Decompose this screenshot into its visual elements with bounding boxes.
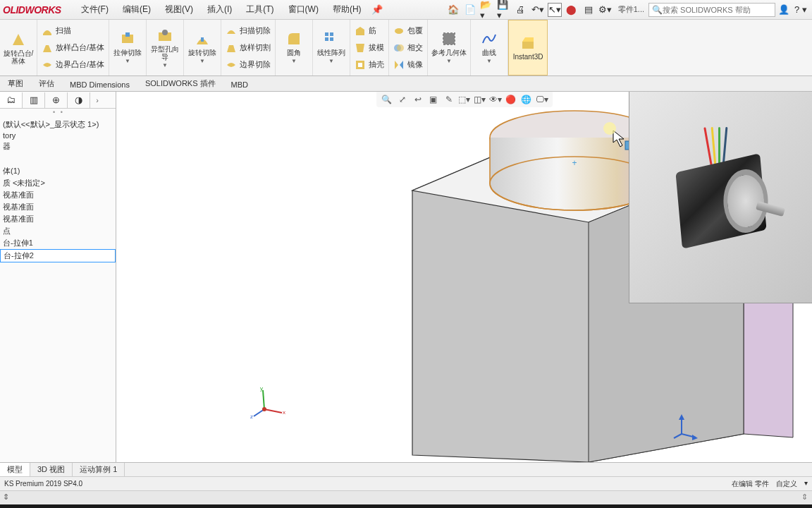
svg-rect-1 — [125, 32, 130, 37]
menu-edit[interactable]: 编辑(E) — [116, 2, 158, 17]
tree-sensors[interactable]: 器 — [0, 140, 116, 152]
boundary-boss-button[interactable]: 边界凸台/基体 — [39, 56, 107, 73]
svg-point-30 — [262, 407, 266, 411]
svg-text:z: z — [250, 413, 253, 420]
tab-sketch[interactable]: 草图 — [0, 75, 31, 91]
svg-line-24 — [264, 409, 282, 413]
tab-mbd[interactable]: MBD — [223, 78, 256, 91]
svg-marker-34 — [692, 435, 698, 440]
tree-origin[interactable]: 点 — [0, 225, 116, 237]
dimxpert-tab[interactable]: ◑ — [68, 92, 90, 108]
rib-button[interactable]: 筋 — [352, 23, 387, 40]
menu-file[interactable]: 文件(F) — [74, 2, 116, 17]
property-manager-tab[interactable]: ▥ — [23, 92, 45, 108]
window-resize-bar[interactable]: ⇕ — [0, 490, 812, 504]
status-dropdown-icon[interactable]: ▾ — [804, 479, 808, 489]
command-tabs: 草图 评估 MBD Dimensions SOLIDWORKS 插件 MBD — [0, 76, 812, 92]
tree-split-handle[interactable]: • • — [0, 109, 116, 117]
extrude-cut-button[interactable]: 拉伸切除▼ — [111, 29, 144, 66]
menu-view[interactable]: 视图(V) — [158, 2, 200, 17]
settings-icon[interactable]: ⚙▾ — [598, 3, 613, 17]
svg-line-35 — [674, 434, 682, 438]
app-logo: OLIDWORKS — [3, 4, 61, 16]
undo-icon[interactable]: ↶▾ — [531, 3, 545, 17]
tree-extrude1[interactable]: 台-拉伸1 — [0, 237, 116, 249]
tree-material[interactable]: 质 <未指定> — [0, 177, 116, 189]
sweep-cut-button[interactable]: 扫描切除 — [223, 23, 273, 40]
document-name: 零件1... — [618, 4, 644, 15]
boundary-cut-button[interactable]: 边界切除 — [223, 56, 273, 73]
intersect-button[interactable]: 相交 — [390, 40, 426, 56]
menu-window[interactable]: 窗口(W) — [281, 2, 326, 17]
tree-solid-bodies[interactable]: 体(1) — [0, 165, 116, 177]
revolve-boss-button[interactable]: 旋转凸台/基体 — [1, 30, 35, 66]
loft-boss-button[interactable]: 放样凸台/基体 — [39, 40, 107, 56]
curves-button[interactable]: 曲线▼ — [472, 29, 506, 66]
tab-mbd-dimensions[interactable]: MBD Dimensions — [62, 78, 137, 91]
ref-geometry-button[interactable]: 参考几何体▼ — [429, 29, 469, 66]
loft-cut-button[interactable]: 放样切割 — [223, 40, 273, 56]
menu-help[interactable]: 帮助(H) — [326, 2, 369, 17]
tree-front-plane[interactable]: 视基准面 — [0, 189, 116, 201]
hole-wizard-button[interactable]: 异型孔向导▼ — [148, 25, 182, 71]
revolve-cut-button[interactable]: 旋转切除▼ — [185, 29, 219, 66]
svg-text:x: x — [283, 409, 285, 416]
main-area: 🗂 ▥ ⊕ ◑ › • • (默认<<默认>_显示状态 1>) tory 器 体… — [0, 92, 812, 462]
camera-triad[interactable] — [671, 413, 699, 441]
feature-tree-panel: 🗂 ▥ ⊕ ◑ › • • (默认<<默认>_显示状态 1>) tory 器 体… — [0, 92, 116, 462]
select-icon[interactable]: ↖▾ — [548, 3, 562, 17]
sweep-button[interactable]: 扫描 — [39, 23, 107, 40]
mirror-button[interactable]: 镜像 — [390, 56, 426, 73]
linear-pattern-button[interactable]: 线性阵列▼ — [314, 29, 348, 66]
svg-rect-7 — [325, 37, 328, 41]
graphics-viewport[interactable]: 🔍 ⤢ ↩ ▣ ✎ ⬚▾ ◫▾ 👁▾ 🔴 🌐 🖵▾ — [116, 92, 812, 462]
rebuild-icon[interactable]: ⬤ — [565, 3, 579, 17]
tree-annotations[interactable] — [0, 152, 116, 165]
search-icon: 🔍 — [652, 5, 663, 15]
ribbon: 旋转凸台/基体 扫描 放样凸台/基体 边界凸台/基体 拉伸切除▼ 异型孔向导▼ … — [0, 20, 812, 76]
feature-manager-tab[interactable]: 🗂 — [0, 92, 23, 108]
model-view-tabs: 模型 3D 视图 运动算例 1 — [0, 462, 812, 476]
new-doc-icon[interactable]: 📄 — [463, 3, 477, 17]
options-list-icon[interactable]: ▤ — [582, 3, 596, 17]
tab-motion-study[interactable]: 运动算例 1 — [73, 463, 125, 476]
tab-model[interactable]: 模型 — [0, 463, 30, 476]
help-icon[interactable]: ? ▾ — [794, 3, 808, 17]
status-version: KS Premium 2019 SP4.0 — [4, 480, 82, 488]
home-icon[interactable]: 🏠 — [446, 3, 460, 17]
shell-button[interactable]: 抽壳 — [352, 56, 387, 73]
pin-icon[interactable]: 📌 — [370, 3, 384, 17]
config-manager-tab[interactable]: ⊕ — [45, 92, 68, 108]
tree-extrude2[interactable]: 台-拉伸2 — [0, 249, 116, 262]
svg-marker-32 — [679, 414, 684, 420]
search-input[interactable] — [663, 6, 772, 14]
expand-tree-icon[interactable]: › — [90, 96, 104, 104]
wrap-button[interactable]: 包覆 — [390, 23, 426, 40]
instant3d-button[interactable]: Instant3D — [508, 20, 548, 75]
tree-right-plane[interactable]: 视基准面 — [0, 213, 116, 225]
tree-config[interactable]: (默认<<默认>_显示状态 1>) — [0, 119, 116, 131]
svg-text:+: + — [572, 158, 577, 168]
svg-rect-14 — [443, 33, 455, 44]
save-icon[interactable]: 💾▾ — [497, 3, 511, 17]
feature-tree: (默认<<默认>_显示状态 1>) tory 器 体(1) 质 <未指定> 视基… — [0, 117, 116, 462]
user-icon[interactable]: 👤 — [777, 3, 791, 17]
tree-top-plane[interactable]: 视基准面 — [0, 201, 116, 213]
tab-evaluate[interactable]: 评估 — [31, 75, 62, 91]
tab-plugins[interactable]: SOLIDWORKS 插件 — [137, 75, 223, 91]
print-icon[interactable]: 🖨 — [514, 3, 528, 17]
status-custom[interactable]: 自定义 — [776, 479, 797, 489]
origin-triad: x y z — [250, 385, 285, 420]
tree-history[interactable]: tory — [0, 131, 116, 140]
svg-rect-6 — [330, 32, 333, 36]
menu-insert[interactable]: 插入(I) — [200, 2, 239, 17]
open-icon[interactable]: 📂▾ — [480, 3, 494, 17]
draft-button[interactable]: 拔模 — [352, 40, 387, 56]
svg-point-23 — [603, 122, 616, 135]
menu-tools[interactable]: 工具(T) — [239, 2, 281, 17]
svg-point-3 — [162, 30, 168, 35]
fillet-button[interactable]: 圆角▼ — [277, 29, 311, 66]
tab-3d-view[interactable]: 3D 视图 — [30, 463, 73, 476]
help-search[interactable]: 🔍 — [648, 3, 775, 17]
status-editing: 在编辑 零件 — [732, 479, 769, 489]
